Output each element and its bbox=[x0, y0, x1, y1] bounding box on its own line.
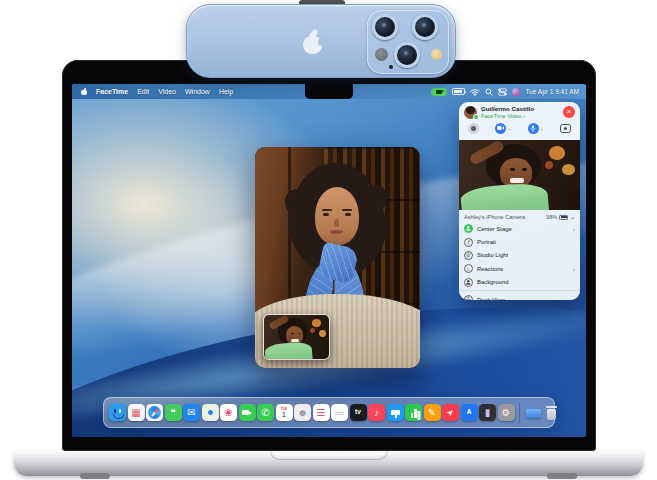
camera-flash-icon bbox=[431, 49, 442, 60]
dock: ▦❝✉❀✆TUE1☻☰tv♪✎A▮⚙ bbox=[103, 397, 555, 428]
effect-label: Desk View… bbox=[477, 297, 511, 300]
local-user-preview-video bbox=[459, 140, 580, 210]
bokeh-light bbox=[312, 319, 321, 328]
dock-item-trash[interactable] bbox=[543, 404, 560, 421]
menu-item-facetime[interactable]: FaceTime bbox=[96, 88, 128, 95]
camera-collapse-chevron-icon[interactable]: ⌄ bbox=[570, 214, 575, 220]
effect-desk-view[interactable]: Desk View… bbox=[459, 293, 580, 300]
effect-center-stage[interactable]: Center Stage› bbox=[459, 222, 580, 235]
self-eye bbox=[510, 168, 515, 171]
studio-light-icon bbox=[464, 251, 473, 260]
caller-avatar bbox=[464, 106, 477, 119]
chevron-right-icon: › bbox=[573, 226, 575, 232]
end-call-button[interactable]: ✕ bbox=[563, 106, 575, 118]
call-card: Guillermo Castillo FaceTime Video › ✕ ⌄ bbox=[459, 102, 580, 140]
dock-item-downloads-folder[interactable] bbox=[525, 404, 542, 421]
effects-list: Center Stage›ƒPortraitStudio LightReacti… bbox=[459, 222, 580, 300]
launchpad-glyph-icon: ▦ bbox=[131, 408, 140, 418]
dock-item-music[interactable]: ♪ bbox=[368, 404, 385, 421]
call-type-link[interactable]: FaceTime Video › bbox=[481, 113, 534, 120]
effect-label: Background bbox=[477, 279, 508, 285]
dock-item-photos[interactable]: ❀ bbox=[220, 404, 237, 421]
mic-toggle-button[interactable] bbox=[528, 123, 539, 134]
dock-item-mail[interactable]: ✉ bbox=[183, 404, 200, 421]
menu-item-help[interactable]: Help bbox=[219, 88, 233, 95]
person-icon bbox=[464, 278, 473, 287]
macos-display: FaceTimeEditVideoWindowHelp bbox=[72, 84, 586, 437]
facetime-video-window[interactable] bbox=[255, 147, 420, 368]
dock-item-facetime[interactable] bbox=[239, 404, 256, 421]
contacts-glyph-icon: ☻ bbox=[297, 408, 308, 418]
dock-item-reminders[interactable]: ☰ bbox=[313, 404, 330, 421]
dock-item-pages[interactable]: ✎ bbox=[424, 404, 441, 421]
iphone-battery-icon bbox=[559, 215, 568, 220]
iphone-battery-percent: 98% bbox=[546, 214, 557, 220]
self-eye bbox=[522, 168, 527, 171]
messages-glyph-icon: ❝ bbox=[170, 408, 175, 418]
self-view-pip[interactable] bbox=[263, 314, 330, 360]
wifi-icon[interactable] bbox=[470, 88, 480, 96]
effect-portrait[interactable]: ƒPortrait bbox=[459, 235, 580, 248]
rubber-foot bbox=[80, 473, 110, 479]
lid-opening-notch bbox=[270, 451, 388, 460]
bokeh-light bbox=[310, 328, 315, 333]
dock-item-contacts[interactable]: ☻ bbox=[294, 404, 311, 421]
mic-options-chevron-icon[interactable]: ⌄ bbox=[540, 125, 544, 131]
siri-icon[interactable] bbox=[512, 88, 520, 96]
dock-item-safari[interactable] bbox=[146, 404, 163, 421]
bokeh-light bbox=[549, 146, 566, 160]
dock-item-tv[interactable]: tv bbox=[350, 404, 367, 421]
camera-controls: Ashley's iPhone Camera 98% ⌄ Center Stag… bbox=[459, 210, 580, 300]
dock-item-launchpad[interactable]: ▦ bbox=[128, 404, 145, 421]
dock-item-notes[interactable] bbox=[331, 404, 348, 421]
apple-menu-icon[interactable] bbox=[81, 88, 87, 95]
caller-name: Guillermo Castillo bbox=[481, 105, 534, 113]
camera-lens-icon bbox=[394, 42, 420, 68]
iphone-camera-module bbox=[367, 10, 449, 74]
control-center-icon[interactable] bbox=[498, 88, 507, 96]
self-shirt bbox=[265, 341, 313, 359]
dock-item-calendar[interactable]: TUE1 bbox=[276, 404, 293, 421]
photos-glyph-icon: ❀ bbox=[224, 408, 232, 418]
smiley-icon bbox=[464, 264, 473, 273]
music-glyph-icon: ♪ bbox=[374, 408, 379, 418]
search-icon[interactable] bbox=[485, 88, 493, 96]
camera-mic-icon bbox=[389, 65, 393, 69]
dock-item-numbers[interactable] bbox=[405, 404, 422, 421]
dock-item-finder[interactable] bbox=[109, 404, 126, 421]
camera-source-label[interactable]: Ashley's iPhone Camera bbox=[464, 214, 525, 220]
video-toggle-button[interactable] bbox=[495, 123, 506, 134]
dock-item-rocket-app[interactable] bbox=[442, 404, 459, 421]
facetime-indicator-pill[interactable] bbox=[431, 88, 447, 96]
menu-item-window[interactable]: Window bbox=[185, 88, 210, 95]
menu-bar-clock[interactable]: Tue Apr 1 9:41 AM bbox=[525, 88, 579, 95]
menu-item-edit[interactable]: Edit bbox=[137, 88, 149, 95]
effect-studio-light[interactable]: Studio Light bbox=[459, 249, 580, 262]
self-smile bbox=[510, 178, 525, 183]
dock-item-photo-booth[interactable]: ▮ bbox=[479, 404, 496, 421]
shareplay-button[interactable] bbox=[468, 123, 479, 134]
menu-item-video[interactable]: Video bbox=[158, 88, 176, 95]
dock-item-divider bbox=[519, 403, 520, 423]
dock-item-phone[interactable]: ✆ bbox=[257, 404, 274, 421]
effect-reactions[interactable]: Reactions› bbox=[459, 262, 580, 275]
chevron-right-icon: › bbox=[573, 266, 575, 272]
dock-item-keynote[interactable] bbox=[387, 404, 404, 421]
bokeh-light bbox=[545, 161, 553, 169]
apple-logo bbox=[299, 27, 329, 57]
menubar-apps: FaceTimeEditVideoWindowHelp bbox=[96, 88, 233, 95]
dock-item-maps[interactable] bbox=[202, 404, 219, 421]
rubber-foot bbox=[547, 473, 577, 479]
bokeh-light bbox=[319, 330, 326, 337]
dock-item-system-settings[interactable]: ⚙ bbox=[498, 404, 515, 421]
screen-share-button[interactable] bbox=[560, 124, 571, 133]
battery-icon[interactable] bbox=[452, 88, 465, 95]
camera-preview bbox=[459, 140, 580, 210]
phone-glyph-icon: ✆ bbox=[261, 408, 269, 418]
dock-item-app-store[interactable]: A bbox=[461, 404, 478, 421]
dock-item-messages[interactable]: ❝ bbox=[165, 404, 182, 421]
person-crop-icon bbox=[464, 224, 473, 233]
effect-background[interactable]: Background bbox=[459, 276, 580, 289]
video-options-chevron-icon[interactable]: ⌄ bbox=[507, 125, 511, 131]
app-store-glyph-icon: A bbox=[467, 409, 472, 416]
